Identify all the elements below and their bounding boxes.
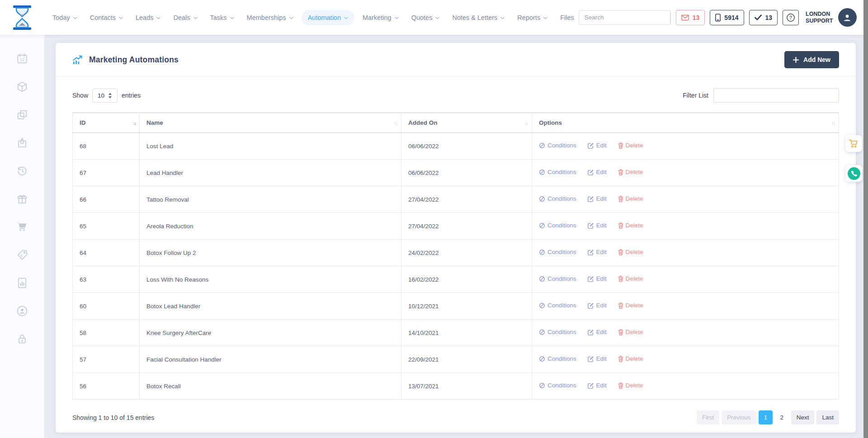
edit-link[interactable]: Edit xyxy=(588,195,607,202)
avatar[interactable] xyxy=(838,8,857,27)
table-row: 58 Knee Surgery AfterCare 14/10/2021 Con… xyxy=(73,320,839,346)
filter-list-input[interactable] xyxy=(713,88,839,103)
edit-icon xyxy=(588,169,594,175)
add-new-button[interactable]: Add New xyxy=(784,51,839,68)
conditions-link[interactable]: Conditions xyxy=(539,382,576,389)
nav-item-files[interactable]: Files xyxy=(556,10,579,25)
search-icon[interactable] xyxy=(670,11,671,24)
delete-link[interactable]: Delete xyxy=(618,302,643,309)
sidebar-item-bag-download[interactable] xyxy=(16,137,28,149)
pagination: FirstPrevious12NextLast xyxy=(697,410,839,424)
sidebar-item-gift[interactable] xyxy=(16,193,28,205)
sidebar-item-report[interactable] xyxy=(16,277,28,289)
conditions-link[interactable]: Conditions xyxy=(539,142,576,149)
nav-item-contacts[interactable]: Contacts xyxy=(85,10,127,25)
conditions-link[interactable]: Conditions xyxy=(539,275,576,282)
sidebar-item-history[interactable] xyxy=(16,165,28,177)
edit-link[interactable]: Edit xyxy=(588,302,607,309)
nav-item-label: Files xyxy=(560,14,574,21)
delete-link[interactable]: Delete xyxy=(618,382,643,389)
chevron-down-icon xyxy=(289,17,293,19)
cell-added-on: 27/04/2022 xyxy=(401,186,532,213)
conditions-link[interactable]: Conditions xyxy=(539,249,576,255)
chevron-down-icon xyxy=(395,17,399,19)
search-box xyxy=(579,10,671,25)
search-input[interactable] xyxy=(579,11,670,24)
account-name: LONDON SUPPORT xyxy=(806,11,833,24)
sidebar-item-copy[interactable] xyxy=(16,109,28,121)
edit-link[interactable]: Edit xyxy=(588,275,607,282)
delete-link[interactable]: Delete xyxy=(618,195,643,202)
nav-item-memberships[interactable]: Memberships xyxy=(242,10,298,25)
conditions-link[interactable]: Conditions xyxy=(539,222,576,229)
nav-item-notes-letters[interactable]: Notes & Letters xyxy=(448,10,509,25)
marketing-automations-card: Marketing Automations Add New Show 10 en… xyxy=(56,43,856,433)
nav-item-label: Leads xyxy=(136,14,154,21)
nav-item-automation[interactable]: Automation xyxy=(302,10,354,25)
conditions-link[interactable]: Conditions xyxy=(539,169,576,175)
delete-link[interactable]: Delete xyxy=(618,249,643,255)
conditions-icon xyxy=(539,169,545,175)
sidebar-item-cube[interactable] xyxy=(16,81,28,93)
sidebar: 12$ xyxy=(0,35,44,438)
page-scrollbar[interactable] xyxy=(863,0,868,438)
delete-link[interactable]: Delete xyxy=(618,222,643,229)
cart-fab-button[interactable] xyxy=(845,135,862,152)
account-name-line2: SUPPORT xyxy=(806,18,833,24)
column-header-options[interactable]: Options↑↓ xyxy=(532,113,839,133)
pagination-next[interactable]: Next xyxy=(791,410,815,424)
edit-link[interactable]: Edit xyxy=(588,142,607,149)
cell-id: 58 xyxy=(73,320,140,346)
edit-link[interactable]: Edit xyxy=(588,329,607,335)
entries-summary: Showing 1 to 10 of 15 entries xyxy=(72,414,154,421)
cell-name: Tattoo Removal xyxy=(140,186,401,213)
pagination-last[interactable]: Last xyxy=(816,410,839,424)
conditions-link[interactable]: Conditions xyxy=(539,195,576,202)
edit-link[interactable]: Edit xyxy=(588,169,607,175)
delete-link[interactable]: Delete xyxy=(618,329,643,335)
nav-item-quotes[interactable]: Quotes xyxy=(407,10,444,25)
delete-link[interactable]: Delete xyxy=(618,275,643,282)
edit-icon xyxy=(588,302,594,309)
nav-item-reports[interactable]: Reports xyxy=(513,10,552,25)
nav-item-tasks[interactable]: Tasks xyxy=(206,10,239,25)
edit-icon xyxy=(588,276,594,282)
conditions-link[interactable]: Conditions xyxy=(539,302,576,309)
card-header: Marketing Automations Add New xyxy=(56,43,856,76)
nav-item-deals[interactable]: Deals xyxy=(169,10,202,25)
pagination-2[interactable]: 2 xyxy=(775,410,789,424)
edit-icon xyxy=(588,356,594,362)
conditions-link[interactable]: Conditions xyxy=(539,355,576,362)
phone-fab-button[interactable] xyxy=(845,165,862,182)
sidebar-item-lock[interactable] xyxy=(16,333,28,345)
sidebar-item-calendar[interactable]: 12 xyxy=(16,53,28,65)
cell-options: Conditions Edit Delete xyxy=(532,160,839,186)
nav-item-leads[interactable]: Leads xyxy=(131,10,165,25)
nav-item-today[interactable]: Today xyxy=(48,10,82,25)
page-size-select[interactable]: 10 xyxy=(92,89,118,103)
svg-text:12: 12 xyxy=(20,57,24,62)
app-logo[interactable] xyxy=(12,5,33,30)
sidebar-item-cart[interactable] xyxy=(16,221,28,233)
sidebar-item-support[interactable] xyxy=(16,305,28,317)
tasks-done-button[interactable]: 13 xyxy=(749,10,778,25)
help-button[interactable]: ? xyxy=(783,10,799,25)
sidebar-item-price-tag[interactable]: $ xyxy=(16,249,28,261)
column-header-name[interactable]: Name↑↓ xyxy=(140,113,401,133)
mail-notifications-button[interactable]: 13 xyxy=(676,10,705,25)
column-label: Name xyxy=(146,119,163,126)
edit-link[interactable]: Edit xyxy=(588,222,607,229)
edit-link[interactable]: Edit xyxy=(588,249,607,255)
pagination-1[interactable]: 1 xyxy=(759,410,773,424)
conditions-link[interactable]: Conditions xyxy=(539,329,576,335)
delete-link[interactable]: Delete xyxy=(618,355,643,362)
column-header-added-on[interactable]: Added On↑↓ xyxy=(401,113,532,133)
nav-item-marketing[interactable]: Marketing xyxy=(358,10,403,25)
edit-link[interactable]: Edit xyxy=(588,355,607,362)
delete-link[interactable]: Delete xyxy=(618,169,643,175)
phone-notifications-button[interactable]: 5914 xyxy=(710,10,744,25)
edit-link[interactable]: Edit xyxy=(588,382,607,389)
column-header-id[interactable]: ID↑↓ xyxy=(73,113,140,133)
cell-options: Conditions Edit Delete xyxy=(532,373,839,400)
delete-link[interactable]: Delete xyxy=(618,142,643,149)
